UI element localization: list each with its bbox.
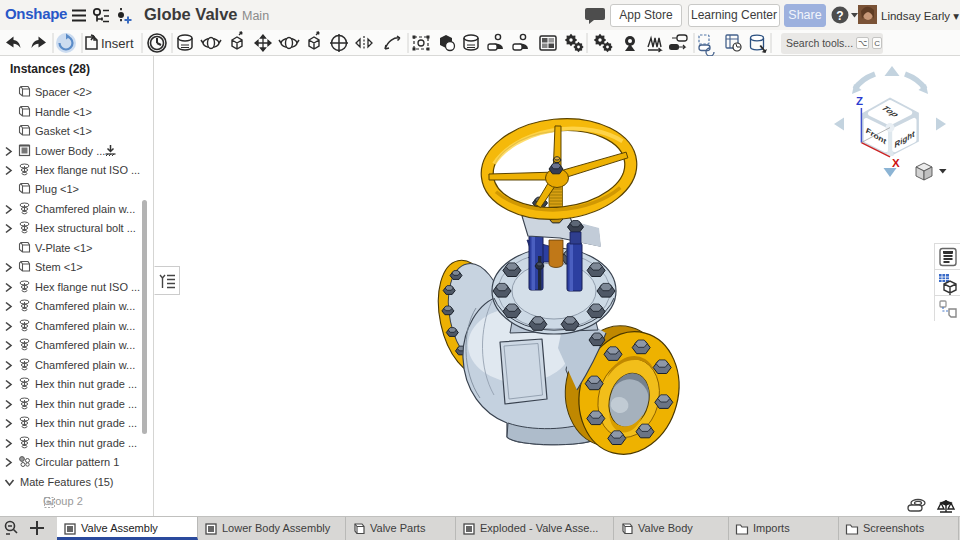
- svg-text:X: X: [892, 157, 900, 169]
- svg-text:?: ?: [836, 9, 843, 23]
- svg-text:Z: Z: [856, 95, 863, 107]
